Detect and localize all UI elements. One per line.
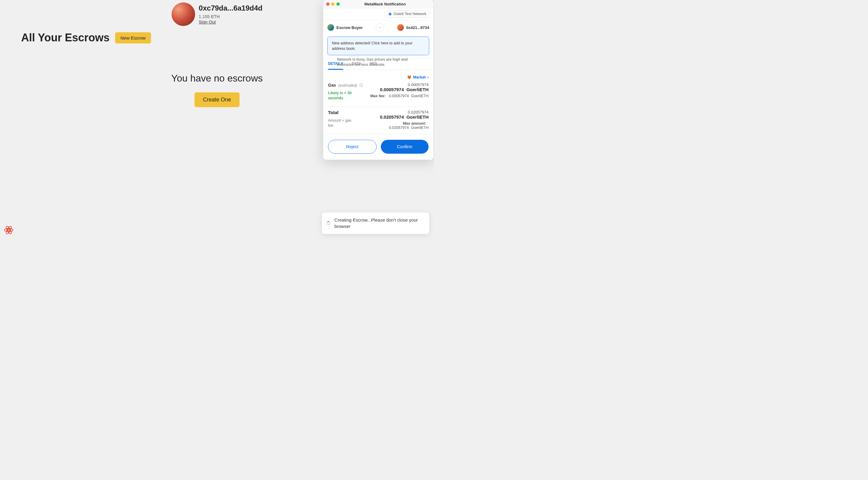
tab-data[interactable]: DATA <box>351 59 361 70</box>
gas-label: Gas <box>328 83 336 88</box>
gas-estimated-label: (estimated) <box>338 83 357 88</box>
metamask-titlebar: MetaMask Notification <box>323 0 433 8</box>
total-section: Total Amount + gas fee 0.02057974 0.0205… <box>323 109 433 134</box>
chevron-right-icon: › <box>427 75 429 79</box>
metamask-buttons: Reject Confirm <box>323 134 433 160</box>
react-query-devtools-icon[interactable] <box>3 224 14 236</box>
gas-amount: 0.00057974 <box>380 87 404 92</box>
metamask-popup: MetaMask Notification Goerli Test Networ… <box>323 0 433 160</box>
network-busy-warning: Network is busy. Gas prices are high and… <box>337 57 425 67</box>
avatar <box>172 2 195 26</box>
fox-icon: 🦊 <box>407 75 412 79</box>
maxamount-unit: GoerliETH <box>411 126 429 130</box>
user-address: 0xc79da...6a19d4d <box>199 4 262 12</box>
new-escrow-button[interactable]: New Escrow <box>115 32 151 43</box>
page-title: All Your Escrows <box>21 31 110 44</box>
total-usd: 0.02057974 <box>380 110 429 115</box>
from-account-name: Escrow Buyer <box>336 25 363 30</box>
toast-message: Creating Escrow...Please don't close you… <box>334 217 424 230</box>
total-amount: 0.02057974 <box>380 115 404 120</box>
network-pill[interactable]: Goerli Test Network <box>385 10 430 18</box>
from-account-icon <box>328 24 334 31</box>
market-label: Market <box>413 75 426 79</box>
total-unit: GoerliETH <box>406 115 429 120</box>
create-one-button[interactable]: Create One <box>194 92 240 107</box>
window-minimize-icon[interactable] <box>331 2 335 6</box>
gas-section: Gas (estimated) ⓘ Likely in < 30 seconds… <box>323 81 433 105</box>
account-transfer-row: Escrow Buyer → 0x421...9734 <box>323 20 433 35</box>
to-account-icon <box>397 24 404 31</box>
window-zoom-icon[interactable] <box>336 2 340 6</box>
svg-point-3 <box>7 229 10 231</box>
metamask-window-title: MetaMask Notification <box>340 2 430 6</box>
to-account-address: 0x421...9734 <box>406 25 429 30</box>
info-icon[interactable]: ⓘ <box>360 83 363 88</box>
maxfee-unit: GoerliETH <box>411 94 429 98</box>
toast-notification: Creating Escrow...Please don't close you… <box>322 213 429 234</box>
total-label: Total <box>328 110 380 115</box>
divider <box>328 106 429 107</box>
confirm-button[interactable]: Confirm <box>381 140 429 154</box>
tab-hex[interactable]: HEX <box>370 59 377 70</box>
total-sublabel: Amount + gas fee <box>328 118 355 129</box>
gas-likely-time: Likely in < 30 seconds <box>328 91 355 100</box>
window-controls <box>326 2 340 6</box>
network-dot-icon <box>389 13 392 15</box>
maxfee-label: Max fee: <box>370 94 385 98</box>
network-name: Goerli Test Network <box>394 12 427 16</box>
gas-usd: 0.00057974 <box>370 83 429 87</box>
window-close-icon[interactable] <box>326 2 330 6</box>
spinner-icon <box>327 221 330 225</box>
gas-unit: GoerliETH <box>406 87 429 92</box>
market-link[interactable]: 🦊 Market › <box>323 70 433 81</box>
user-info: 0xc79da...6a19d4d 1.155 ETH Sign Out <box>199 4 262 25</box>
user-balance: 1.155 ETH <box>199 14 262 19</box>
maxamount-amount: 0.02057974 <box>389 126 409 130</box>
new-address-alert[interactable]: New address detected! Click here to add … <box>328 36 429 55</box>
arrow-right-icon: → <box>376 23 384 32</box>
maxamount-label: Max amount: <box>403 121 426 126</box>
signout-link[interactable]: Sign Out <box>199 20 262 25</box>
reject-button[interactable]: Reject <box>328 140 377 154</box>
tab-details[interactable]: DETAILS <box>328 59 343 70</box>
metamask-tabs: DETAILS DATA HEX Network is busy. Gas pr… <box>323 59 433 70</box>
network-row: Goerli Test Network <box>323 8 433 20</box>
maxfee-amount: 0.00057974 <box>389 94 409 98</box>
